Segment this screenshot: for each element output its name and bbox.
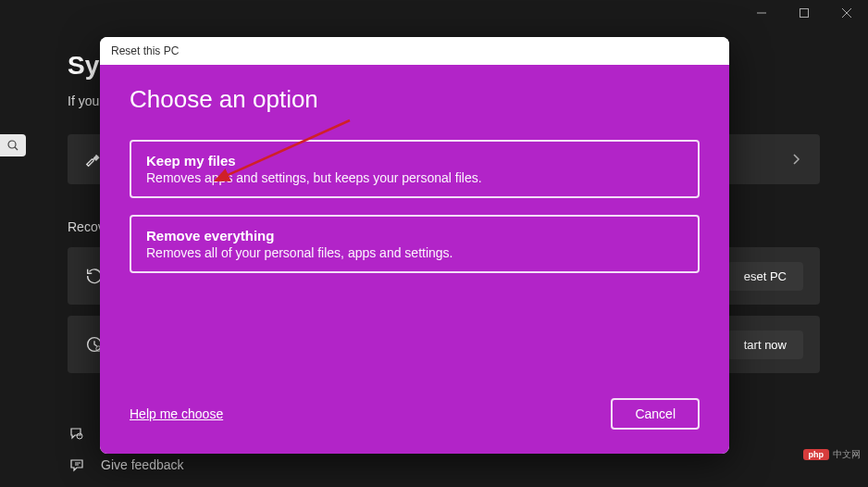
- dialog-title: Reset this PC: [100, 37, 729, 65]
- svg-point-8: [77, 433, 82, 439]
- give-feedback-label: Give feedback: [101, 457, 184, 472]
- minimize-button[interactable]: [740, 0, 783, 26]
- dialog-heading: Choose an option: [130, 85, 700, 114]
- option-description: Removes apps and settings, but keeps you…: [146, 170, 683, 185]
- svg-rect-1: [800, 9, 809, 18]
- option-title: Remove everything: [146, 228, 683, 244]
- svg-line-5: [15, 147, 18, 150]
- option-keep-my-files[interactable]: Keep my files Removes apps and settings,…: [130, 140, 700, 198]
- reset-pc-button[interactable]: eset PC: [727, 262, 803, 291]
- start-now-button[interactable]: tart now: [727, 331, 803, 359]
- search-icon: [7, 140, 19, 151]
- maximize-icon: [800, 8, 809, 18]
- svg-point-4: [8, 141, 16, 148]
- option-description: Removes all of your personal files, apps…: [146, 245, 683, 260]
- chat-icon: [69, 426, 84, 441]
- close-button[interactable]: [825, 0, 868, 26]
- watermark: php 中文网: [803, 448, 862, 461]
- watermark-logo: php: [803, 449, 830, 460]
- give-feedback-row[interactable]: Give feedback: [69, 457, 184, 472]
- option-title: Keep my files: [146, 153, 683, 169]
- help-me-choose-link[interactable]: Help me choose: [130, 406, 223, 421]
- feedback-icon: [69, 457, 84, 472]
- search-bubble[interactable]: [0, 134, 26, 156]
- watermark-text: 中文网: [833, 448, 861, 461]
- cancel-button[interactable]: Cancel: [611, 398, 700, 430]
- minimize-icon: [757, 8, 766, 18]
- chevron-right-icon: [790, 153, 803, 166]
- reset-pc-dialog: Reset this PC Choose an option Keep my f…: [100, 37, 729, 454]
- close-icon: [842, 8, 851, 18]
- maximize-button[interactable]: [783, 0, 825, 26]
- option-remove-everything[interactable]: Remove everything Removes all of your pe…: [130, 215, 700, 273]
